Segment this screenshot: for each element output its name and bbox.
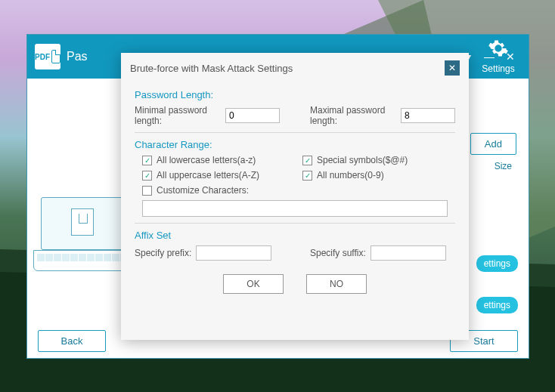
prefix-label: Specify prefix: bbox=[135, 248, 191, 258]
uppercase-label: All uppercase letters(A-Z) bbox=[157, 170, 259, 181]
max-length-label: Maximal password length: bbox=[310, 105, 396, 126]
lowercase-label: All lowercase letters(a-z) bbox=[157, 155, 256, 165]
settings-pill-2[interactable]: ettings bbox=[476, 297, 518, 313]
ok-button[interactable]: OK bbox=[223, 274, 284, 294]
affix-set-heading: Affix Set bbox=[135, 230, 455, 241]
laptop-illustration bbox=[41, 197, 128, 271]
customize-label: Customize Characters: bbox=[157, 185, 249, 196]
back-button[interactable]: Back bbox=[38, 330, 106, 352]
customize-characters-input[interactable] bbox=[142, 200, 448, 217]
character-range-heading: Character Range: bbox=[135, 139, 455, 150]
password-length-heading: Password Length: bbox=[135, 89, 455, 100]
size-column-header: Size bbox=[490, 158, 516, 174]
mask-attack-settings-dialog: Brute-force with Mask Attack Settings ✕ … bbox=[121, 53, 469, 340]
settings-pill-1[interactable]: ettings bbox=[476, 255, 518, 272]
dialog-close-button[interactable]: ✕ bbox=[445, 60, 460, 76]
numbers-checkbox[interactable] bbox=[302, 171, 312, 181]
settings-label[interactable]: Settings bbox=[476, 63, 521, 74]
customize-checkbox[interactable] bbox=[142, 186, 152, 196]
app-logo: PDF bbox=[35, 44, 60, 69]
gear-icon[interactable] bbox=[488, 38, 509, 59]
add-button[interactable]: Add bbox=[470, 133, 516, 155]
max-length-input[interactable] bbox=[401, 108, 455, 123]
min-length-label: Minimal password length: bbox=[135, 105, 221, 126]
min-length-input[interactable] bbox=[225, 108, 280, 123]
no-button[interactable]: NO bbox=[306, 274, 367, 294]
symbols-label: Special symbols($@#) bbox=[317, 155, 408, 165]
numbers-label: All numbers(0-9) bbox=[317, 170, 384, 181]
suffix-input[interactable] bbox=[371, 245, 446, 261]
logo-doc-icon bbox=[51, 50, 60, 63]
suffix-label: Specify suffix: bbox=[310, 248, 366, 258]
symbols-checkbox[interactable] bbox=[302, 156, 312, 165]
uppercase-checkbox[interactable] bbox=[142, 171, 152, 181]
lowercase-checkbox[interactable] bbox=[142, 156, 152, 165]
logo-text: PDF bbox=[35, 53, 50, 61]
dialog-title: Brute-force with Mask Attack Settings bbox=[130, 63, 293, 74]
prefix-input[interactable] bbox=[196, 245, 271, 261]
